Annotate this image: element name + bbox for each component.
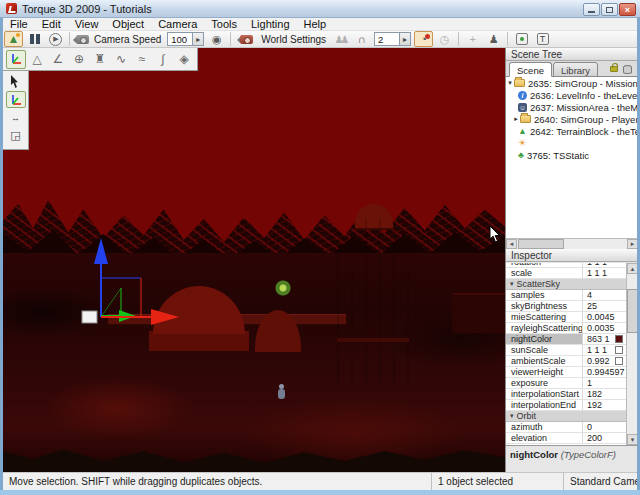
add-object-button[interactable]: + xyxy=(463,31,482,47)
prop-rayleighscattering[interactable]: rayleighScattering 0.0035 xyxy=(506,323,626,334)
color-swatch[interactable] xyxy=(615,357,623,365)
prop-viewerheight[interactable]: viewerHeight 0.994597 xyxy=(506,367,626,378)
prop-value[interactable]: 25 xyxy=(582,301,626,311)
prop-value[interactable]: 1 xyxy=(582,378,626,388)
scene-editor-button[interactable]: ▲ xyxy=(4,31,23,47)
scrollbar-thumb[interactable] xyxy=(518,239,564,249)
rotate-tool[interactable]: ↔ xyxy=(6,109,26,126)
tree-item-terrainblock[interactable]: ▲ 2642: TerrainBlock - theTerrain xyxy=(506,125,638,137)
drop-player-button[interactable]: ♟ xyxy=(484,31,503,47)
combo-arrow-icon[interactable]: ▸ xyxy=(192,33,203,45)
text-toggle-button[interactable]: T xyxy=(533,31,552,47)
tree-item-scattersky-selected[interactable]: ☀ 3553: ScatterSky - theSky xyxy=(506,137,638,149)
prop-value[interactable]: 0 xyxy=(582,422,626,432)
road-tool[interactable]: ∿ xyxy=(111,50,131,69)
prop-value[interactable]: 192 xyxy=(582,400,626,410)
menu-edit[interactable]: Edit xyxy=(35,18,68,31)
expander-closed-icon[interactable]: ▸ xyxy=(512,115,520,123)
prop-samples[interactable]: samples 4 xyxy=(506,290,626,301)
menu-tools[interactable]: Tools xyxy=(204,18,244,31)
menu-view[interactable]: View xyxy=(68,18,106,31)
editor-panels-button[interactable] xyxy=(25,31,44,47)
drop-camera-button[interactable] xyxy=(235,31,258,47)
prop-elevation[interactable]: elevation 200 xyxy=(506,433,626,444)
terrain-painter-tool[interactable]: ⊕ xyxy=(69,50,89,69)
tree-horizontal-scrollbar[interactable]: ◂ ▸ xyxy=(506,238,638,249)
minimize-button[interactable] xyxy=(583,3,600,16)
scale-tool[interactable]: ◲ xyxy=(6,127,26,144)
prop-scale[interactable]: scale 1 1 1 xyxy=(506,268,626,279)
status-camera-mode[interactable]: Standard Camera xyxy=(563,473,637,490)
group-scattersky[interactable]: ▾ ScatterSky xyxy=(506,279,626,290)
prop-value[interactable]: 200 xyxy=(582,433,626,443)
object-editor-tool[interactable] xyxy=(6,50,26,69)
menu-file[interactable]: File xyxy=(3,18,35,31)
group-orbit[interactable]: ▾ Orbit xyxy=(506,411,626,422)
move-gizmo[interactable] xyxy=(73,228,193,332)
prop-value[interactable]: 4 xyxy=(582,290,626,300)
prop-exposure[interactable]: exposure 1 xyxy=(506,378,626,389)
menu-help[interactable]: Help xyxy=(297,18,334,31)
lock-icon[interactable] xyxy=(610,66,618,72)
snap-size-combo[interactable]: 2 ▸ xyxy=(374,32,411,46)
scattersky-billboard-icon[interactable] xyxy=(275,280,291,296)
scroll-left-icon[interactable]: ◂ xyxy=(506,239,517,249)
tree-item-missionarea[interactable]: ☺ 2637: MissionArea - theMis xyxy=(506,101,638,113)
prop-sunscale[interactable]: sunScale 1 1 1 xyxy=(506,345,626,356)
terrain-editor-tool[interactable]: △ xyxy=(27,50,47,69)
expander-open-icon[interactable]: ▾ xyxy=(506,79,514,87)
maximize-button[interactable] xyxy=(601,3,618,16)
prop-skybrightness[interactable]: skyBrightness 25 xyxy=(506,301,626,312)
gizmo-arrowhead-x[interactable] xyxy=(151,309,179,325)
time-gauge-button[interactable]: ◷ xyxy=(435,31,454,47)
prop-value[interactable]: 1 1 1 xyxy=(582,263,626,267)
menu-lighting[interactable]: Lighting xyxy=(244,18,297,31)
prop-value[interactable]: 863 1 xyxy=(582,334,626,344)
tree-item-playerdroppoints[interactable]: ▸ 2640: SimGroup - PlayerDropP xyxy=(506,113,638,125)
title-bar[interactable]: Torque 3D 2009 - Tutorials × xyxy=(0,0,640,18)
prop-value[interactable]: 0.992 xyxy=(582,356,626,366)
prop-value[interactable]: 1 1 1 xyxy=(582,268,626,278)
tree-item-missiongroup[interactable]: ▾ 2635: SimGroup - MissionGroup xyxy=(506,77,638,89)
tab-library[interactable]: Library xyxy=(553,62,598,77)
3d-viewport[interactable] xyxy=(3,48,505,472)
river-tool[interactable]: ≈ xyxy=(132,50,152,69)
player-pair-button[interactable]: ♟♟ xyxy=(331,31,350,47)
prop-value[interactable]: 0.0045 xyxy=(582,312,626,322)
camera-speed-combo[interactable]: 100 ▸ xyxy=(167,32,204,46)
menu-camera[interactable]: Camera xyxy=(151,18,204,31)
gizmo-origin-cube[interactable] xyxy=(82,311,97,323)
prop-value[interactable]: 182 xyxy=(582,389,626,399)
speed-gauge-button[interactable]: ◔ xyxy=(414,31,433,47)
tree-item-tsstatic[interactable]: ♣ 3765: TSStatic xyxy=(506,149,638,161)
tree-item-levelinfo[interactable]: i 2636: LevelInfo - theLevelInfo xyxy=(506,89,638,101)
combo-arrow-icon[interactable]: ▸ xyxy=(399,33,410,45)
gizmo-arrowhead-z[interactable] xyxy=(94,238,108,264)
prop-interpolationstart[interactable]: interpolationStart 182 xyxy=(506,389,626,400)
menu-object[interactable]: Object xyxy=(105,18,151,31)
frame-selection-button[interactable] xyxy=(512,31,531,47)
prop-ambientscale[interactable]: ambientScale 0.992 xyxy=(506,356,626,367)
player-spawn-figure[interactable] xyxy=(276,384,287,400)
color-swatch[interactable] xyxy=(615,346,623,354)
snap-toggle-button[interactable]: ∩ xyxy=(352,31,371,47)
prop-azimuth[interactable]: azimuth 0 xyxy=(506,422,626,433)
visibility-button[interactable]: ◉ xyxy=(207,31,226,47)
prop-nightcolor-selected[interactable]: nightColor 863 1 xyxy=(506,334,626,345)
close-button[interactable]: × xyxy=(619,3,636,16)
prop-miescattering[interactable]: mieScattering 0.0045 xyxy=(506,312,626,323)
color-swatch[interactable] xyxy=(615,335,623,343)
prop-value[interactable]: 0.994597 xyxy=(582,367,626,377)
select-tool[interactable] xyxy=(6,73,26,90)
delete-icon[interactable] xyxy=(623,65,632,74)
stamp-tool[interactable]: ♜ xyxy=(90,50,110,69)
terrain-slope-tool[interactable]: ∠ xyxy=(48,50,68,69)
mesh-road-tool[interactable]: ∫ xyxy=(153,50,173,69)
decal-tool[interactable]: ◈ xyxy=(174,50,194,69)
play-button[interactable]: ▶ xyxy=(46,31,65,47)
move-tool[interactable] xyxy=(6,91,26,108)
prop-value[interactable]: 0.0035 xyxy=(582,323,626,333)
tab-scene[interactable]: Scene xyxy=(509,62,552,77)
prop-interpolationend[interactable]: interpolationEnd 192 xyxy=(506,400,626,411)
prop-value[interactable]: 1 1 1 xyxy=(582,345,626,355)
